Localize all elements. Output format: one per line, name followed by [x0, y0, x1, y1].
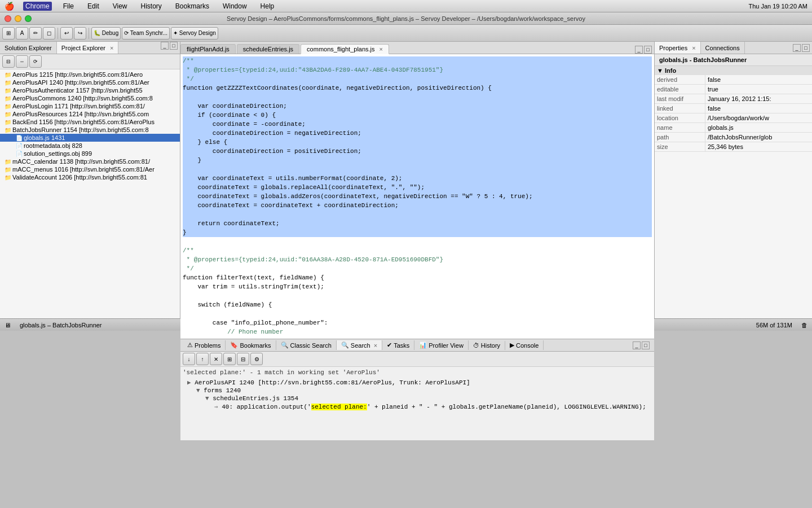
tree-item[interactable]: 📁mACC_calendar 1138 [http://svn.bright55…	[0, 157, 180, 165]
search-next-btn[interactable]: ↓	[183, 353, 195, 365]
expand-arrow[interactable]: ▼	[205, 395, 213, 402]
tree-icon: 📁	[5, 111, 11, 117]
search-expand-btn[interactable]: ⊞	[223, 353, 236, 365]
tree-item[interactable]: 📁AeroPlusResources 1214 [http://svn.brig…	[0, 110, 180, 118]
left-panel-tabs: Solution Explorer Project Explorer × _ □	[0, 42, 180, 54]
toolbar-separator-1	[58, 28, 58, 39]
minimize-button[interactable]	[15, 15, 21, 22]
toolbar-btn-1[interactable]: ⊞	[2, 27, 15, 40]
editor-min[interactable]: _	[635, 46, 643, 54]
prop-row: derivedfalse	[655, 75, 812, 85]
search-result-item[interactable]: ⇒ 40: application.output('selected plane…	[187, 402, 652, 411]
toolbar-btn-sync[interactable]: ⟳ Team Synchr...	[122, 27, 170, 40]
search-collapse-btn[interactable]: ⊟	[237, 353, 249, 365]
expand-arrow[interactable]: ▶	[187, 379, 195, 386]
tree-item[interactable]: 📄globals.js 1431	[0, 134, 180, 142]
code-text: */	[183, 264, 194, 273]
left-panel-controls: _ □	[161, 42, 180, 54]
expand-arrow[interactable]: ▼	[196, 387, 204, 394]
center-panel: flightPlanAdd.js scheduleEntries.js comm…	[180, 42, 654, 339]
editor-max[interactable]: □	[644, 46, 652, 54]
toolbar-btn-4[interactable]: ◻	[43, 27, 55, 40]
tree-collapse-all[interactable]: ⊟	[2, 55, 15, 68]
tab-close-icon[interactable]: ×	[379, 46, 383, 52]
search-prev-btn[interactable]: ↑	[196, 353, 209, 365]
toolbar-btn-3[interactable]: ✏	[29, 27, 42, 40]
tab-solution-explorer[interactable]: Solution Explorer	[0, 42, 57, 54]
menu-view[interactable]: View	[111, 2, 130, 10]
prop-value: 25,346 bytes	[705, 142, 812, 151]
tab-commons-flight-plans[interactable]: commons_flight_plans.js ×	[301, 44, 389, 54]
code-editor[interactable]: /** * @properties={typeid:24,uuid:"43BA2…	[180, 54, 654, 339]
bottom-max[interactable]: □	[642, 341, 650, 349]
code-text: coordinateDirection = positiveDirection;	[183, 147, 361, 156]
tab-project-explorer[interactable]: Project Explorer ×	[57, 42, 119, 54]
menu-help[interactable]: Help	[258, 2, 277, 10]
menu-window[interactable]: Window	[220, 2, 249, 10]
menu-chrome[interactable]: Chrome	[23, 2, 52, 11]
tab-tasks[interactable]: ✔ Tasks	[382, 340, 414, 350]
search-options-btn[interactable]: ⚙	[250, 353, 263, 365]
code-line: coordinateText = coordinateText + coordi…	[183, 201, 652, 210]
menu-history[interactable]: History	[139, 2, 164, 10]
left-panel-max[interactable]: □	[170, 42, 178, 50]
props-close-icon[interactable]: ×	[692, 45, 695, 51]
editor-and-bottom: flightPlanAdd.js scheduleEntries.js comm…	[180, 42, 654, 318]
search-clear-btn[interactable]: ✕	[210, 353, 222, 365]
prop-row: path/BatchJobsRunner/glob	[655, 133, 812, 142]
toolbar-btn-6[interactable]: ↪	[74, 27, 86, 40]
tree-item[interactable]: 📁AeroPlusLogin 1171 [http://svn.bright55…	[0, 102, 180, 110]
props-table: ▼ Info derivedfalseeditabletruelast modi…	[655, 66, 812, 318]
tab-problems[interactable]: ⚠ Problems	[183, 340, 226, 350]
tab-flightplanadd[interactable]: flightPlanAdd.js	[180, 44, 236, 54]
toolbar-btn-2[interactable]: A	[16, 27, 28, 40]
search-result-item[interactable]: ▼ forms 1240	[187, 387, 652, 395]
left-panel-min[interactable]: _	[161, 42, 169, 50]
tree-refresh[interactable]: ⟳	[29, 55, 42, 68]
search-result-item[interactable]: ▶ AeroPlusAPI 1240 [http://svn.bright55.…	[187, 378, 652, 387]
tab-properties[interactable]: Properties ×	[655, 42, 701, 54]
search-result-item[interactable]: ▼ scheduleEntries.js 1354	[187, 395, 652, 402]
tree-link-editor[interactable]: ↔	[16, 55, 28, 68]
properties-tab-label: Properties	[659, 45, 687, 51]
menu-bookmarks[interactable]: Bookmarks	[173, 2, 211, 10]
toolbar-btn-debug[interactable]: 🐛 Debug	[91, 27, 121, 40]
bottom-min[interactable]: _	[633, 341, 641, 349]
tree-item[interactable]: 📁AeroPlusAPI 1240 [http://svn.bright55.c…	[0, 78, 180, 86]
toolbar-btn-design[interactable]: ✦ Servoy Design	[171, 27, 218, 40]
code-text: // Phone number	[183, 327, 283, 336]
close-icon[interactable]: ×	[110, 45, 113, 51]
tree-item[interactable]: 📁BatchJobsRunner 1154 [http://svn.bright…	[0, 126, 180, 134]
tab-classic-search[interactable]: 🔍 Classic Search	[276, 340, 337, 350]
tree-icon: 📄	[16, 143, 23, 149]
tree-item[interactable]: 📁AeroPlusAuthenticator 1157 [http://svn.…	[0, 86, 180, 94]
tree-icon: 📁	[5, 95, 11, 102]
right-min[interactable]: _	[793, 44, 801, 52]
code-line: */	[183, 75, 652, 84]
props-section-info[interactable]: ▼ Info	[655, 66, 812, 75]
tab-scheduleentries[interactable]: scheduleEntries.js	[237, 44, 299, 54]
tree-item[interactable]: 📁AeroPlusCommons 1240 [http://svn.bright…	[0, 94, 180, 102]
apple-menu[interactable]: 🍎	[5, 2, 14, 11]
expand-arrow[interactable]: ⇒	[214, 404, 222, 410]
menu-file[interactable]: File	[61, 2, 76, 10]
tree-item[interactable]: 📄solution_settings.obj 899	[0, 150, 180, 157]
tab-close-search-icon[interactable]: ×	[374, 342, 377, 349]
tree-item[interactable]: 📁mACC_menus 1016 [http://svn.bright55.co…	[0, 165, 180, 173]
tree-item[interactable]: 📁ValidateAccount 1206 [http://svn.bright…	[0, 173, 180, 181]
tab-history[interactable]: ⏱ History	[469, 341, 505, 350]
tab-bookmarks[interactable]: 🔖 Bookmarks	[226, 340, 276, 350]
tree-item[interactable]: 📄rootmetadata.obj 828	[0, 142, 180, 150]
toolbar-btn-5[interactable]: ↩	[60, 27, 73, 40]
tree-item[interactable]: 📁BackEnd 1156 [http://svn.bright55.com:8…	[0, 118, 180, 126]
maximize-button[interactable]	[25, 15, 32, 22]
tab-profiler[interactable]: 📊 Profiler View	[414, 340, 469, 350]
close-button[interactable]	[5, 15, 11, 22]
trash-icon[interactable]: 🗑	[801, 322, 807, 329]
tab-connections[interactable]: Connections	[701, 42, 745, 54]
tab-search[interactable]: 🔍 Search ×	[337, 340, 382, 350]
tree-item[interactable]: 📁AeroPlus 1215 [http://svn.bright55.com:…	[0, 71, 180, 78]
tab-console[interactable]: ▶ Console	[505, 340, 544, 350]
right-max[interactable]: □	[802, 44, 810, 52]
menu-edit[interactable]: Edit	[85, 2, 102, 10]
